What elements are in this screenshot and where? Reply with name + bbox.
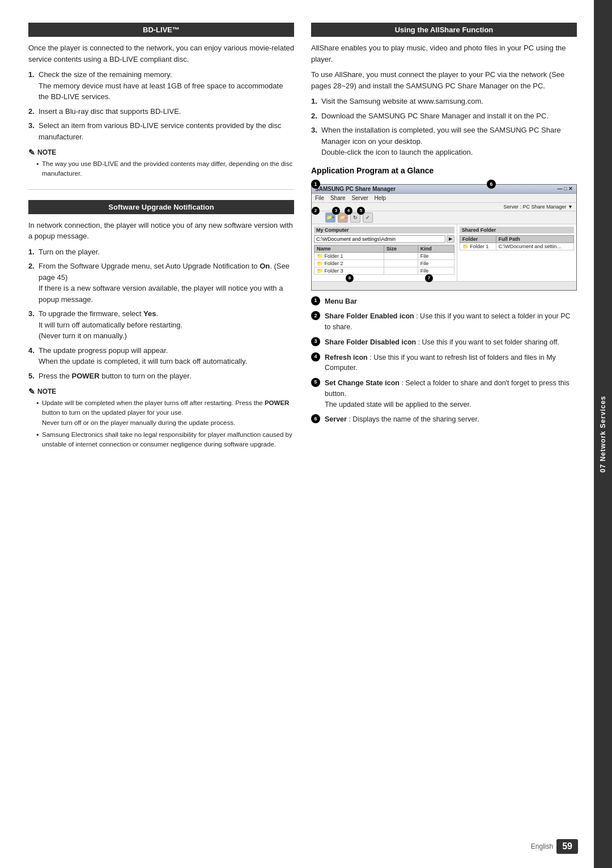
file-name-1: 📁 Folder 1 (314, 252, 384, 259)
desc-text-4: Refresh icon : Use this if you want to r… (325, 352, 577, 374)
appglance-header: Application Program at a Glance (311, 166, 577, 178)
software-step-1: Turn on the player. (28, 246, 294, 258)
file-kind-3: File (418, 267, 454, 274)
bdlive-section: BD-LIVE™ Once the player is connected to… (28, 23, 294, 179)
toolbar-btn-setchange[interactable]: ✓ (363, 212, 373, 223)
app-left-panel: My Computer ▶ Name (312, 224, 457, 281)
app-window: SAMSUNG PC Share Manager — □ ✕ File Shar… (311, 184, 577, 291)
shared-col-folder: Folder (460, 235, 496, 242)
software-section: Software Upgrade Notification In network… (28, 200, 294, 450)
callout-6: 6 (487, 180, 496, 189)
software-header: Software Upgrade Notification (28, 200, 294, 214)
path-go-btn[interactable]: ▶ (447, 235, 454, 243)
desc-text-2: Share Folder Enabled icon : Use this if … (325, 311, 577, 333)
appglance-section: Application Program at a Glance 1 6 SAMS… (311, 166, 577, 426)
file-kind-1: File (418, 252, 454, 259)
software-step-3: To upgrade the firmware, select Yes.It w… (28, 308, 294, 342)
app-body: My Computer ▶ Name (312, 224, 576, 281)
desc-list: 1 Menu Bar 2 Share Folder Enabled icon :… (311, 296, 577, 426)
file-size-1 (384, 252, 418, 259)
side-tab: 07 Network Services (594, 0, 612, 868)
callout-1: 1 (311, 180, 320, 189)
bdlive-step-2: Insert a Blu-ray disc that supports BD-L… (28, 106, 294, 117)
software-step-2: From the Software Upgrade menu, set Auto… (28, 261, 294, 305)
menu-server[interactable]: Server (351, 195, 368, 201)
app-toolbar: 2 📁+ 3 📁- 4 ↻ 5 ✓ (312, 211, 576, 224)
software-step-5: Press the POWER button to turn on the pl… (28, 371, 294, 382)
page-footer: English 59 (531, 839, 578, 854)
allshare-section: Using the AllShare Function AllShare ena… (311, 23, 577, 158)
software-intro: In network connection, the player will n… (28, 220, 294, 242)
callout-8-inline: 8 (346, 274, 354, 282)
file-row-2[interactable]: 📁 Folder 2File (314, 259, 454, 267)
menu-file[interactable]: File (315, 195, 324, 201)
file-table: Name Size Kind 📁 Folder 1File 📁 Folder 2… (314, 245, 454, 275)
right-column: Using the AllShare Function AllShare ena… (311, 23, 577, 455)
callout-7-inline: 7 (425, 274, 433, 282)
footer-num: 59 (556, 839, 578, 854)
file-col-size: Size (384, 245, 418, 252)
file-name-3: 📁 Folder 3 (314, 267, 384, 274)
desc-text-3: Share Folder Disabled icon : Use this if… (325, 337, 577, 348)
file-col-kind: Kind (418, 245, 454, 252)
shared-table: Folder Full Path 📁 Folder 1 C:\WDocumen (460, 235, 574, 250)
file-size-2 (384, 259, 418, 267)
bdlive-intro: Once the player is connected to the netw… (28, 42, 294, 65)
left-column: BD-LIVE™ Once the player is connected to… (28, 23, 294, 455)
software-step-4: The update progress popup will appear.Wh… (28, 345, 294, 367)
app-right-panel: Shared Folder Folder Full Path (457, 224, 576, 281)
file-kind-2: File (418, 259, 454, 267)
app-title: SAMSUNG PC Share Manager (315, 186, 396, 192)
software-note: NOTE Update will be completed when the p… (28, 387, 294, 449)
desc-item-6: 6 Server : Displays the name of the shar… (311, 414, 577, 425)
bdlive-step-3: Select an item from various BD-LIVE serv… (28, 120, 294, 142)
app-screenshot-container: 1 6 SAMSUNG PC Share Manager — □ ✕ Fil (311, 184, 577, 291)
server-label: Server : PC Share Manager ▼ (504, 204, 573, 210)
callout-3-inline: 3 (332, 207, 340, 215)
software-note-label: NOTE (28, 387, 294, 396)
allshare-intro: AllShare enables you to play music, vide… (311, 42, 577, 65)
software-note-item-1: Update will be completed when the player… (36, 398, 294, 428)
app-titlebar: SAMSUNG PC Share Manager — □ ✕ (312, 185, 576, 194)
file-row-1[interactable]: 📁 Folder 1File (314, 252, 454, 259)
callout-circle-5: 5 (311, 378, 320, 387)
app-titlebar-btns: — □ ✕ (558, 186, 573, 192)
shared-folder-1: 📁 Folder 1 (460, 242, 496, 250)
file-col-name: Name (314, 245, 384, 252)
file-row-3[interactable]: 📁 Folder 3File (314, 267, 454, 274)
file-size-3 (384, 267, 418, 274)
callout-circle-3: 3 (311, 337, 320, 346)
path-input[interactable] (314, 235, 445, 243)
bdlive-note-items: The way you use BD-LIVE and the provided… (28, 159, 294, 179)
desc-item-3: 3 Share Folder Disabled icon : Use this … (311, 337, 577, 348)
menu-share[interactable]: Share (330, 195, 346, 201)
shared-row-1[interactable]: 📁 Folder 1 C:\WDocument and settin... (460, 242, 573, 250)
bdlive-header: BD-LIVE™ (28, 23, 294, 37)
desc-item-5: 5 Set Change State icon : Select a folde… (311, 378, 577, 410)
callout-2-inline: 2 (312, 207, 320, 215)
allshare-header: Using the AllShare Function (311, 23, 577, 37)
bdlive-steps: Check the size of the remaining memory.T… (28, 69, 294, 142)
software-note-item-2: Samsung Electronics shall take no legal … (36, 430, 294, 450)
callout-circle-2: 2 (311, 311, 320, 320)
app-menubar: File Share Server Help (312, 194, 576, 203)
bdlive-note-item-1: The way you use BD-LIVE and the provided… (36, 159, 294, 179)
allshare-step-2: Download the SAMSUNG PC Share Manager an… (311, 110, 577, 122)
path-bar: ▶ (314, 235, 454, 243)
callout-circle-6: 6 (311, 414, 320, 423)
menu-help[interactable]: Help (375, 195, 386, 201)
shared-path-1: C:\WDocument and settin... (496, 242, 573, 250)
desc-text-6: Server : Displays the name of the sharin… (325, 414, 577, 425)
file-name-2: 📁 Folder 2 (314, 259, 384, 267)
allshare-para2: To use AllShare, you must connect the pl… (311, 69, 577, 91)
desc-item-4: 4 Refresh icon : Use this if you want to… (311, 352, 577, 374)
desc-text-5: Set Change State icon : Select a folder … (325, 378, 577, 410)
software-steps: Turn on the player. From the Software Up… (28, 246, 294, 382)
bdlive-step-1: Check the size of the remaining memory.T… (28, 69, 294, 103)
right-panel-header: Shared Folder (460, 227, 574, 233)
allshare-steps: Visit the Samsung website at www.samsung… (311, 96, 577, 158)
shared-col-path: Full Path (496, 235, 573, 242)
callout-circle-4: 4 (311, 352, 320, 361)
app-statusbar: 8 7 (312, 281, 576, 290)
left-panel-header: My Computer (314, 227, 454, 233)
